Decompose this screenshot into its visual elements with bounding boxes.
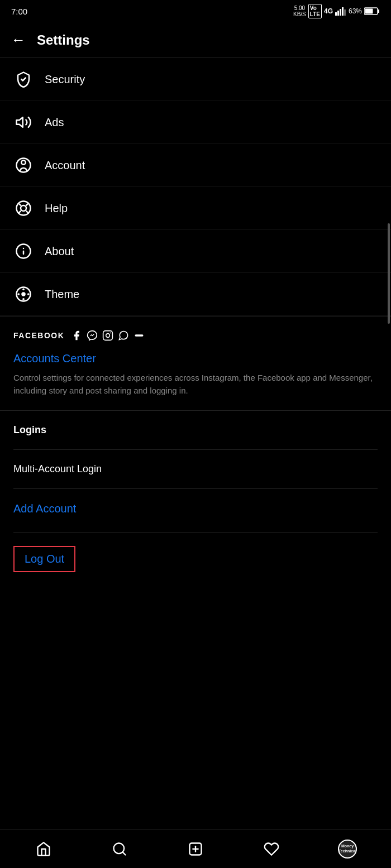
volte-indicator: VoLTE: [308, 4, 322, 18]
svg-rect-7: [365, 9, 373, 14]
search-icon: [112, 841, 127, 857]
about-label: About: [45, 245, 74, 258]
info-circle-icon: [13, 241, 34, 261]
theme-label: Theme: [45, 288, 79, 301]
svg-line-15: [26, 203, 28, 205]
svg-point-25: [27, 293, 30, 295]
logins-section: Logins Multi-Account Login Add Account L…: [0, 411, 391, 586]
help-label: Help: [45, 202, 68, 215]
nav-home[interactable]: [6, 829, 82, 868]
person-circle-icon: [13, 155, 34, 175]
battery-icon: [364, 7, 380, 15]
lifebuoy-icon: [13, 198, 34, 218]
ads-label: Ads: [45, 116, 64, 129]
menu-item-account[interactable]: Account: [0, 144, 391, 187]
nav-activity[interactable]: [233, 829, 309, 868]
header: ← Settings: [0, 22, 391, 58]
nav-create[interactable]: [158, 829, 233, 868]
multi-account-login[interactable]: Multi-Account Login: [13, 463, 378, 475]
page-title: Settings: [37, 32, 90, 48]
palette-icon: [13, 284, 34, 304]
facebook-label: FACEBOOK: [13, 331, 64, 340]
profile-avatar: MoneyTechnical: [338, 840, 357, 859]
shield-check-icon: [13, 69, 34, 89]
heart-icon: [264, 841, 279, 857]
scrollbar-indicator: [388, 223, 390, 324]
menu-item-ads[interactable]: Ads: [0, 101, 391, 144]
battery-percent: 63%: [349, 7, 362, 15]
nav-profile[interactable]: MoneyTechnical: [309, 829, 385, 868]
svg-line-14: [26, 211, 28, 213]
svg-rect-3: [342, 7, 344, 16]
svg-rect-1: [337, 11, 339, 16]
svg-point-23: [22, 298, 25, 300]
svg-point-12: [21, 205, 26, 211]
instagram-icon: [102, 330, 113, 341]
svg-rect-2: [340, 9, 341, 16]
bottom-nav: MoneyTechnical: [0, 829, 391, 868]
log-out-button[interactable]: Log Out: [13, 546, 75, 572]
megaphone-icon: [13, 112, 34, 132]
whatsapp-icon: [118, 330, 129, 341]
nav-search[interactable]: [82, 829, 158, 868]
menu-item-help[interactable]: Help: [0, 187, 391, 230]
logins-title: Logins: [13, 424, 378, 436]
divider-logins: [13, 449, 378, 450]
svg-marker-8: [17, 117, 23, 127]
accounts-description: Control settings for connected experienc…: [0, 372, 391, 410]
svg-rect-6: [378, 9, 379, 13]
create-icon: [188, 841, 203, 857]
divider-multi: [13, 488, 378, 489]
svg-rect-26: [103, 331, 113, 341]
status-bar: 7:00 5.00KB/S VoLTE 4G 63%: [0, 0, 391, 22]
main-content: ← Settings Security Ads: [0, 22, 391, 630]
status-time: 7:00: [11, 7, 27, 16]
menu-item-about[interactable]: About: [0, 230, 391, 273]
signal-icon: [335, 7, 346, 16]
svg-point-10: [21, 160, 26, 165]
facebook-header: FACEBOOK: [13, 330, 378, 341]
add-account-link[interactable]: Add Account: [13, 502, 378, 515]
svg-point-22: [22, 288, 25, 290]
svg-point-21: [21, 292, 26, 296]
messenger-icon: [87, 330, 98, 341]
divider-add: [13, 532, 378, 533]
security-label: Security: [45, 73, 85, 86]
svg-point-27: [106, 334, 110, 338]
svg-point-28: [110, 333, 111, 334]
svg-rect-4: [344, 9, 346, 16]
svg-point-24: [17, 293, 20, 295]
portal-icon: [133, 330, 145, 341]
accounts-center-link[interactable]: Accounts Center: [0, 350, 391, 372]
back-button[interactable]: ←: [11, 31, 26, 49]
facebook-section: FACEBOOK: [0, 316, 391, 341]
menu-list: Security Ads Account: [0, 58, 391, 316]
svg-line-13: [18, 203, 21, 205]
network-speed: 5.00KB/S: [293, 5, 306, 17]
profile-avatar-text: MoneyTechnical: [338, 844, 356, 853]
fb-icons: [71, 330, 145, 341]
menu-item-theme[interactable]: Theme: [0, 273, 391, 316]
menu-item-security[interactable]: Security: [0, 58, 391, 101]
account-label: Account: [45, 159, 85, 172]
facebook-icon: [71, 330, 82, 341]
svg-line-16: [18, 211, 21, 213]
4g-icon: 4G: [324, 7, 333, 15]
svg-line-31: [122, 852, 125, 855]
status-icons: 5.00KB/S VoLTE 4G 63%: [293, 4, 380, 18]
home-icon: [36, 841, 51, 857]
svg-rect-29: [135, 334, 144, 336]
svg-rect-0: [335, 12, 337, 16]
